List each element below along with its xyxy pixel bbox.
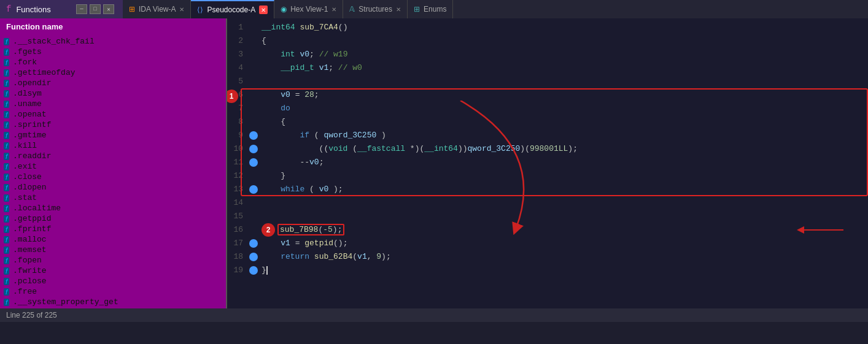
bp-dot-11[interactable] [249, 158, 258, 167]
fi-icon: f [4, 257, 9, 264]
code-text-7: do [262, 102, 290, 115]
bp-dot-19[interactable] [249, 266, 258, 275]
line-num-11: 11 [227, 156, 249, 169]
function-item-fgets[interactable]: f .fgets [0, 47, 226, 57]
tab-structures[interactable]: 𝔸 Structures ✕ [343, 0, 408, 18]
fi-name: .opendir [13, 78, 51, 88]
tab-enums[interactable]: ⊞ Enums [408, 0, 453, 18]
code-text-13: while ( v0 ); [262, 183, 343, 196]
tab-hex-view-1-close[interactable]: ✕ [331, 6, 336, 13]
function-item-close[interactable]: f .close [0, 172, 226, 182]
function-item-malloc[interactable]: f .malloc [0, 234, 226, 245]
function-item-memset[interactable]: f .memset [0, 245, 226, 255]
fi-name: .fwrite [13, 266, 47, 275]
function-item-dlsym[interactable]: f .dlsym [0, 88, 226, 99]
function-item-opendir[interactable]: f .opendir [0, 78, 226, 88]
function-item-readdir[interactable]: f .readdir [0, 151, 226, 161]
bp-dot-12 [249, 172, 258, 180]
function-item-kill[interactable]: f .kill [0, 140, 226, 151]
fi-name: .gmtime [13, 131, 47, 140]
restore-button[interactable]: □ [90, 4, 101, 14]
function-item-localtime[interactable]: f .localtime [0, 203, 226, 213]
code-line-6: 6 v0 = 28; [227, 88, 868, 102]
code-content[interactable]: 1 __int64 sub_7CA4() 2 { 3 int [227, 18, 868, 308]
fi-name: .dlopen [13, 183, 47, 192]
tab-ida-view-a-close[interactable]: ✕ [179, 6, 184, 13]
function-item-dlopen[interactable]: f .dlopen [0, 182, 226, 193]
minimize-button[interactable]: — [76, 4, 87, 14]
close-button[interactable]: ✕ [103, 4, 114, 14]
function-item-gettimeofday[interactable]: f .gettimeofday [0, 67, 226, 78]
tab-pseudocode-a[interactable]: ⟨⟩ Pseudocode-A ✕ [191, 0, 274, 18]
function-item-openat[interactable]: f .openat [0, 109, 226, 120]
code-text-17: v1 = getpid(); [262, 237, 347, 250]
line-num-12: 12 [227, 169, 249, 183]
fi-name: .getppid [13, 214, 51, 223]
fi-name: .openat [13, 110, 47, 119]
line-num-17: 17 [227, 237, 249, 250]
function-item-fopen[interactable]: f .fopen [0, 255, 226, 266]
tab-hex-view-1-label: Hex View-1 [290, 5, 328, 13]
bp-dot-9[interactable] [249, 131, 258, 140]
bp-dot-10[interactable] [249, 145, 258, 153]
fi-icon: f [4, 267, 9, 275]
function-item-fprintf[interactable]: f .fprintf [0, 224, 226, 234]
fi-name: .fopen [13, 256, 42, 265]
functions-panel-title: Functions [16, 5, 50, 14]
bp-dot-13[interactable] [249, 185, 258, 194]
function-item-getppid[interactable]: f .getppid [0, 213, 226, 224]
fi-name: .uname [13, 99, 42, 109]
fi-name: .fprintf [13, 224, 51, 234]
tab-ida-view-a[interactable]: ⊞ IDA View-A ✕ [123, 0, 191, 18]
code-line-14: 14 [227, 196, 868, 210]
fi-icon: f [4, 48, 9, 56]
tab-pseudocode-a-icon: ⟨⟩ [197, 6, 203, 14]
function-item-fwrite[interactable]: f .fwrite [0, 266, 226, 276]
line-num-13: 13 [227, 183, 249, 196]
function-item-pclose[interactable]: f .pclose [0, 276, 226, 286]
fi-icon: f [4, 278, 9, 285]
code-text-12: } [262, 169, 285, 183]
line-num-1: 1 [227, 21, 249, 34]
code-text-2: { [262, 34, 266, 48]
tab-pseudocode-a-label: Pseudocode-A [207, 6, 255, 14]
code-line-12: 12 } [227, 169, 868, 183]
function-item-stat[interactable]: f .stat [0, 193, 226, 203]
line-num-10: 10 [227, 142, 249, 156]
code-text-6: v0 = 28; [262, 88, 319, 102]
line-num-15: 15 [227, 210, 249, 223]
bp-dot-18[interactable] [249, 253, 258, 261]
code-line-15: 15 [227, 210, 868, 223]
tab-ida-view-a-label: IDA View-A [139, 5, 176, 13]
fi-name: .close [13, 172, 42, 182]
function-item-system-property-get[interactable]: f .__system_property_get [0, 297, 226, 307]
function-item-uname[interactable]: f .uname [0, 99, 226, 109]
line-num-18: 18 [227, 250, 249, 264]
fi-icon: f [4, 132, 9, 139]
function-item-free[interactable]: f .free [0, 286, 226, 297]
code-line-18: 18 return sub_62B4(v1, 9); [227, 250, 868, 264]
bp-dot-16 [249, 226, 258, 234]
tab-structures-close[interactable]: ✕ [396, 6, 401, 13]
bp-dot-14 [249, 199, 258, 207]
function-item-stack-chk-fail[interactable]: f .__stack_chk_fail [0, 36, 226, 47]
code-text-19: } [262, 264, 268, 277]
line-num-7: 7 [227, 102, 249, 115]
function-item-sprintf[interactable]: f .sprintf [0, 120, 226, 130]
bp-dot-17[interactable] [249, 239, 258, 248]
fi-icon: f [4, 226, 9, 233]
fi-name: .readdir [13, 151, 51, 161]
bp-dot-8 [249, 118, 258, 126]
title-bar: f Functions — □ ✕ ⊞ IDA View-A ✕ ⟨⟩ Pseu… [0, 0, 868, 18]
function-item-exit[interactable]: f .exit [0, 161, 226, 172]
status-bar: Line 225 of 225 [0, 308, 868, 322]
functions-list[interactable]: f .__stack_chk_fail f .fgets f .fork f .… [0, 35, 226, 308]
bp-dot-3 [249, 50, 258, 59]
tab-hex-view-1[interactable]: ◉ Hex View-1 ✕ [274, 0, 343, 18]
code-line-11: 11 --v0; [227, 156, 868, 169]
bp-dot-6 [249, 91, 258, 99]
function-item-fork[interactable]: f .fork [0, 57, 226, 67]
tab-pseudocode-a-close[interactable]: ✕ [259, 6, 268, 14]
function-item-gmtime[interactable]: f .gmtime [0, 130, 226, 140]
code-line-10: 10 ((void (__fastcall *)(__int64))qword_… [227, 142, 868, 156]
